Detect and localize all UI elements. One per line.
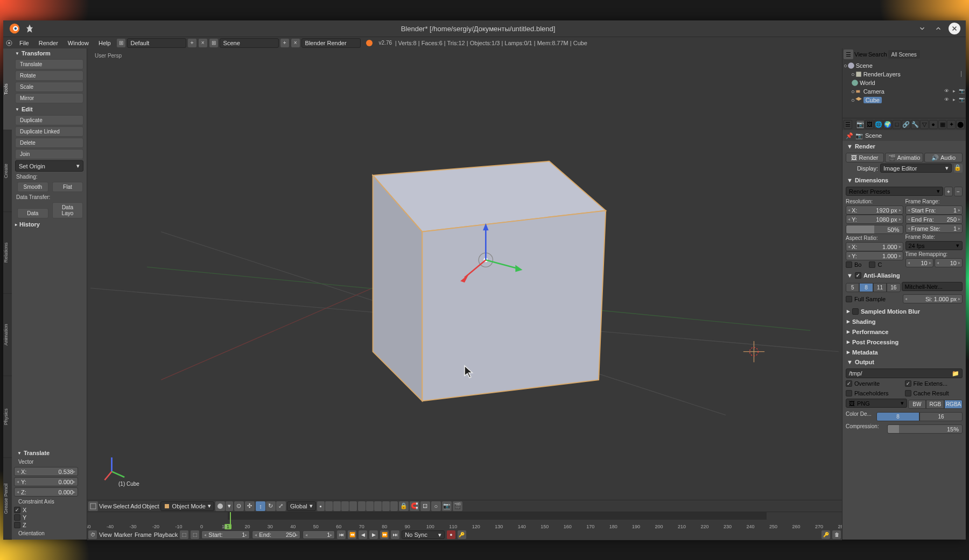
constraint-x-checkbox[interactable]	[14, 507, 20, 513]
aa-11-button[interactable]: 11	[873, 283, 887, 292]
keyframe-prev-icon[interactable]: ⏪	[348, 530, 356, 539]
placeholders-checkbox[interactable]	[846, 390, 852, 396]
insert-key-icon[interactable]: 🔑	[821, 530, 830, 539]
tl-frame-menu[interactable]: Frame	[135, 531, 152, 538]
end-frame-field[interactable]: ◂End:250▸	[252, 530, 300, 539]
rotate-button[interactable]: Rotate	[15, 70, 83, 81]
cache-result-checkbox[interactable]	[905, 390, 911, 396]
tab-animation[interactable]: Animation	[3, 294, 12, 376]
manipulator-toggle-icon[interactable]: ✣	[245, 501, 255, 511]
display-dropdown[interactable]: Image Editor▾	[880, 164, 952, 173]
restrict-select-icon[interactable]: ▸	[951, 97, 957, 103]
menu-window[interactable]: Window	[64, 38, 93, 48]
data-layout-button[interactable]: Data Layo	[52, 202, 83, 218]
add-scene-icon[interactable]: +	[280, 39, 289, 47]
tab-physics[interactable]: Physics	[3, 376, 12, 458]
outliner-view-menu[interactable]: View	[854, 51, 867, 58]
3d-viewport[interactable]: User Persp	[87, 48, 842, 500]
jump-end-icon[interactable]: ⏭	[391, 530, 399, 539]
folder-icon[interactable]: 📁	[952, 370, 959, 377]
render-layers-tab-icon[interactable]: 🖼	[865, 120, 874, 129]
animation-button[interactable]: 🎬Animatio	[885, 153, 923, 162]
layers-1[interactable]: ▪	[317, 501, 357, 511]
scene-tab-icon[interactable]: 🌐	[874, 120, 883, 129]
vector-z-field[interactable]: ◂Z:0.000▸	[14, 487, 78, 497]
delete-scene-icon[interactable]: ×	[291, 39, 300, 47]
close-button[interactable]	[949, 23, 960, 34]
aa-enable-checkbox[interactable]	[855, 272, 861, 279]
aa-size-field[interactable]: ◂Si: 1.000 px▸	[903, 294, 963, 303]
fps-dropdown[interactable]: 24 fps▾	[905, 241, 963, 250]
remap-new-field[interactable]: ◂10▸	[935, 258, 963, 267]
translate-button[interactable]: Translate	[15, 59, 83, 69]
maximize-button[interactable]	[932, 23, 944, 34]
render-tab-icon[interactable]: 📷	[856, 120, 865, 129]
timeline-ruler[interactable]: -50-40-30-20-100102030405060708090100110…	[87, 512, 842, 529]
editor-type-icon[interactable]	[88, 501, 98, 511]
delete-layout-icon[interactable]: ×	[199, 39, 207, 47]
transform-header[interactable]: ▼Transform	[12, 48, 87, 58]
restrict-select-icon[interactable]: ▸	[951, 88, 957, 95]
editor-type-icon[interactable]: ☰	[844, 49, 853, 59]
scale-button[interactable]: Scale	[15, 82, 83, 92]
render-preview-icon[interactable]: 📷	[442, 501, 452, 511]
render-anim-icon[interactable]: 🎬	[453, 501, 462, 511]
rgba-button[interactable]: RGBA	[944, 400, 963, 409]
particles-tab-icon[interactable]: ✦	[947, 120, 956, 129]
rgb-button[interactable]: RGB	[926, 400, 944, 409]
smooth-button[interactable]: Smooth	[17, 182, 48, 192]
current-frame-field[interactable]: ◂1▸	[303, 530, 335, 539]
crop-checkbox[interactable]	[869, 261, 875, 268]
audio-button[interactable]: 🔊Audio	[924, 153, 963, 162]
res-y-field[interactable]: ◂Y:1080 px▸	[846, 215, 903, 224]
add-menu[interactable]: Add	[130, 503, 141, 509]
aspect-y-field[interactable]: ◂Y:1.000▸	[846, 251, 903, 260]
translate-manipulator-icon[interactable]: ↕	[256, 501, 265, 511]
texture-tab-icon[interactable]: ▦	[938, 120, 947, 129]
duplicate-linked-button[interactable]: Duplicate Linked	[15, 126, 83, 137]
aa-panel-header[interactable]: ▼Anti-Aliasing	[845, 271, 964, 280]
range-icon[interactable]: ⬚	[180, 530, 188, 539]
output-panel-header[interactable]: ▼Output	[845, 358, 964, 366]
physics-tab-icon[interactable]: ⬤	[956, 120, 965, 129]
menu-help[interactable]: Help	[94, 38, 115, 48]
add-preset-icon[interactable]: +	[944, 187, 953, 196]
scene-dropdown[interactable]: Scene	[220, 38, 279, 48]
delete-button[interactable]: Delete	[15, 138, 83, 148]
mirror-button[interactable]: Mirror	[15, 93, 83, 103]
add-layout-icon[interactable]: +	[188, 39, 196, 47]
autokey-icon[interactable]: ●	[447, 530, 455, 539]
set-origin-dropdown[interactable]: Set Origin▾	[15, 160, 83, 172]
material-tab-icon[interactable]: ●	[929, 120, 938, 129]
editor-type-icon[interactable]: ⏱	[88, 530, 97, 539]
proportional-icon[interactable]: ○	[431, 501, 441, 511]
scene-browse-icon[interactable]: ⊞	[209, 39, 218, 47]
start-frame-field[interactable]: ◂Start:1▸	[201, 530, 250, 539]
world-tab-icon[interactable]: 🌍	[883, 120, 892, 129]
vector-x-field[interactable]: ◂X:0.538▸	[14, 467, 78, 476]
tab-tools[interactable]: Tools	[3, 48, 12, 130]
aa-5-button[interactable]: 5	[846, 283, 859, 292]
render-panel-header[interactable]: ▼Render	[845, 142, 964, 151]
menu-render[interactable]: Render	[34, 38, 62, 48]
end-frame-field[interactable]: ◂End Fra:250▸	[905, 215, 963, 224]
scale-manipulator-icon[interactable]: ⤢	[276, 501, 286, 511]
frame-step-field[interactable]: ◂Frame Ste:1▸	[905, 224, 963, 233]
mode-dropdown[interactable]: Object Mode▾	[160, 501, 214, 511]
file-extensions-checkbox[interactable]	[905, 380, 911, 387]
tab-grease-pencil[interactable]: Grease Pencil	[3, 458, 12, 540]
aa-filter-dropdown[interactable]: Mitchell-Netr...	[902, 282, 963, 291]
back-to-previous-icon[interactable]: ⊞	[117, 39, 125, 47]
render-button[interactable]: 🖼Render	[846, 153, 884, 162]
constraints-tab-icon[interactable]: 🔗	[902, 120, 910, 129]
constraint-z-checkbox[interactable]	[14, 522, 20, 528]
render-engine-dropdown[interactable]: Blender Render	[301, 38, 361, 48]
object-tab-icon[interactable]: □	[893, 120, 901, 129]
screen-layout-dropdown[interactable]: Default	[127, 38, 186, 48]
vector-y-field[interactable]: ◂Y:0.000▸	[14, 477, 78, 486]
shading-dropdown-icon[interactable]: ▾	[226, 501, 233, 511]
shading-panel-header[interactable]: ▸Shading	[845, 317, 964, 326]
duplicate-button[interactable]: Duplicate	[15, 115, 83, 125]
outliner-tree[interactable]: ○ Scene ○ RenderLayers│ World ○ Camera👁▸…	[842, 60, 966, 118]
flat-button[interactable]: Flat	[52, 182, 83, 192]
